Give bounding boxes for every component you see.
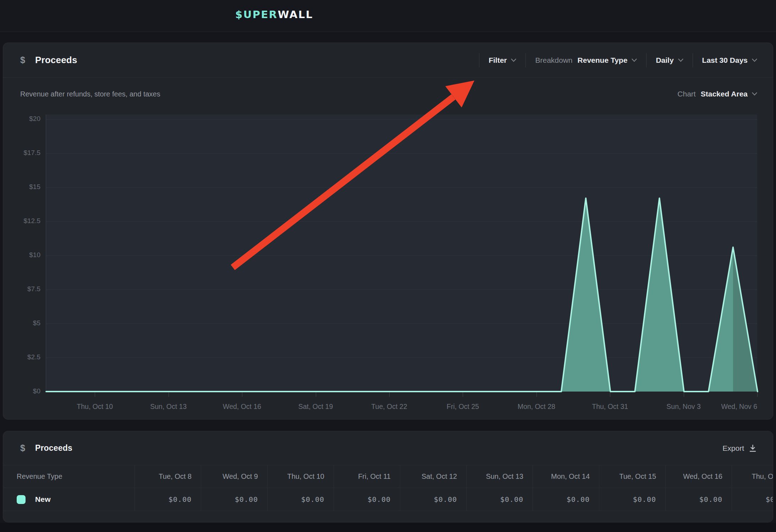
chart-controls: Filter Breakdown Revenue Type Daily Last… <box>479 53 757 67</box>
granularity-dropdown[interactable]: Daily <box>646 56 692 65</box>
value-cell: $0.00 <box>400 488 466 511</box>
filter-label: Filter <box>489 56 507 65</box>
y-axis-tick-label: $20 <box>7 115 40 123</box>
series-swatch <box>17 495 26 504</box>
column-header-date: Wed, Oct 16 <box>665 465 732 488</box>
value-cell: $0.00 <box>599 488 665 511</box>
y-axis-tick-label: $7.5 <box>7 285 40 293</box>
topbar: $UPERWALL <box>0 0 776 32</box>
value-cell: $0.00 <box>732 488 773 511</box>
x-axis-tick <box>242 392 242 397</box>
column-header-date: Tue, Oct 8 <box>134 465 201 488</box>
y-axis-tick-label: $5 <box>7 319 40 327</box>
column-header-date: Thu, Oct 10 <box>267 465 334 488</box>
logo-rest: WALL <box>278 9 313 21</box>
x-axis-tick-label: Thu, Oct 10 <box>77 403 113 411</box>
column-header-date: Tue, Oct 15 <box>599 465 665 488</box>
column-header-date: Mon, Oct 14 <box>533 465 599 488</box>
granularity-value: Daily <box>656 56 673 65</box>
row-label-cell: New <box>3 488 134 511</box>
x-axis-tick <box>389 392 390 397</box>
dollar-icon: $ <box>20 443 25 453</box>
chevron-down-icon <box>632 59 637 62</box>
breakdown-dropdown[interactable]: Breakdown Revenue Type <box>526 56 646 65</box>
column-header-date: Wed, Oct 9 <box>201 465 267 488</box>
value-cell: $0.00 <box>533 488 599 511</box>
table-card-header: $ Proceeds Export <box>3 431 773 465</box>
x-axis-tick <box>316 392 316 397</box>
column-header-date: Fri, Oct 11 <box>334 465 400 488</box>
chart-subtitle: Revenue after refunds, store fees, and t… <box>20 90 160 98</box>
chevron-down-icon <box>752 59 757 62</box>
chevron-down-icon <box>752 92 757 96</box>
x-axis-tick-label: Sat, Oct 19 <box>298 403 333 411</box>
export-label: Export <box>722 444 744 453</box>
value-cell: $0.00 <box>201 488 267 511</box>
column-header-date: Sat, Oct 12 <box>400 465 466 488</box>
chart-type-label: Chart <box>677 90 695 98</box>
y-axis-tick-label: $0 <box>7 387 40 395</box>
x-axis-tick-label: Wed, Nov 6 <box>721 403 757 411</box>
value-cell: $0.00 <box>334 488 400 511</box>
table-row: New$0.00$0.00$0.00$0.00$0.00$0.00$0.00$0… <box>3 488 773 511</box>
column-header-date: Sun, Oct 13 <box>466 465 533 488</box>
dollar-icon: $ <box>20 55 25 65</box>
y-axis-tick-label: $17.5 <box>7 149 40 157</box>
chart-type-value: Stacked Area <box>701 90 748 98</box>
bottom-strip <box>0 523 776 532</box>
chevron-down-icon <box>511 59 516 62</box>
chart-type-dropdown[interactable]: Chart Stacked Area <box>677 90 757 98</box>
logo-accent: $UPER <box>235 9 278 21</box>
x-axis-tick <box>95 392 95 397</box>
x-axis-tick-label: Thu, Oct 31 <box>592 403 628 411</box>
value-cell: $0.00 <box>134 488 201 511</box>
filter-dropdown[interactable]: Filter <box>479 56 525 65</box>
x-axis-tick <box>463 392 463 397</box>
chart-card-header: $ Proceeds Filter Breakdown Revenue Type… <box>3 43 773 78</box>
y-axis-tick-label: $2.5 <box>7 353 40 361</box>
x-axis-tick-label: Sun, Nov 3 <box>666 403 700 411</box>
breakdown-value: Revenue Type <box>578 56 628 65</box>
superwall-logo[interactable]: $UPERWALL <box>235 9 313 21</box>
value-cell: $0.00 <box>466 488 533 511</box>
x-axis-tick <box>610 392 610 397</box>
table-card-title: Proceeds <box>35 443 72 453</box>
x-axis-tick-label: Tue, Oct 22 <box>371 403 407 411</box>
y-axis-tick-label: $10 <box>7 251 40 259</box>
chart-plot-area[interactable] <box>46 115 757 392</box>
export-button[interactable]: Export <box>722 444 756 453</box>
x-axis-tick <box>684 392 684 397</box>
row-label: New <box>35 495 51 504</box>
x-axis-tick-label: Fri, Oct 25 <box>447 403 479 411</box>
breakdown-label: Breakdown <box>535 56 572 65</box>
x-axis-tick-label: Wed, Oct 16 <box>223 403 261 411</box>
table-header-row: Revenue TypeTue, Oct 8Wed, Oct 9Thu, Oct… <box>3 465 773 488</box>
x-axis-tick-label: Sun, Oct 13 <box>150 403 187 411</box>
chart-sub-row: Revenue after refunds, store fees, and t… <box>3 78 773 98</box>
proceeds-chart-card: $ Proceeds Filter Breakdown Revenue Type… <box>3 43 773 420</box>
download-icon <box>749 444 756 452</box>
chart-card-title: Proceeds <box>35 55 77 66</box>
column-header-revenue-type: Revenue Type <box>3 465 134 488</box>
date-range-dropdown[interactable]: Last 30 Days <box>693 56 757 65</box>
date-range-value: Last 30 Days <box>702 56 748 65</box>
value-cell: $0.00 <box>267 488 334 511</box>
value-cell: $0.00 <box>665 488 732 511</box>
x-axis-tick <box>757 392 758 397</box>
y-axis-tick-label: $12.5 <box>7 217 40 225</box>
x-axis-tick <box>536 392 537 397</box>
y-axis-tick-label: $15 <box>7 183 40 191</box>
x-axis-tick <box>169 392 169 397</box>
column-header-date: Thu, Oct 17 <box>732 465 773 488</box>
x-axis-tick-label: Mon, Oct 28 <box>518 403 555 411</box>
chevron-down-icon <box>678 59 683 62</box>
proceeds-table-card: $ Proceeds Export Revenue TypeTue, Oct 8… <box>3 431 773 522</box>
area-series <box>46 115 758 392</box>
